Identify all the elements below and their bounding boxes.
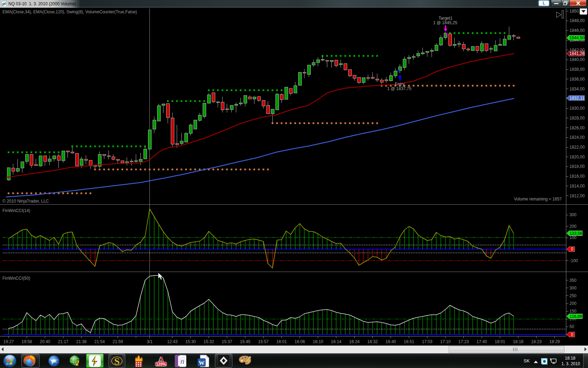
svg-text:12:43: 12:43 — [167, 339, 177, 344]
svg-text:0: 0 — [571, 247, 573, 252]
svg-text:18:23: 18:23 — [531, 339, 541, 344]
svg-text:16:06: 16:06 — [294, 339, 305, 344]
svg-text:16:51: 16:51 — [404, 339, 414, 344]
svg-text:1824,00: 1824,00 — [569, 135, 585, 140]
svg-text:21:59: 21:59 — [112, 339, 123, 344]
svg-text:16:01: 16:01 — [276, 339, 287, 344]
svg-text:300: 300 — [569, 286, 576, 291]
svg-text:1814,00: 1814,00 — [569, 184, 585, 189]
svg-text:16:10: 16:10 — [313, 339, 323, 344]
svg-text:1840,00: 1840,00 — [569, 57, 585, 62]
svg-text:1834,00: 1834,00 — [569, 87, 585, 91]
svg-text:1 @ 1845,25: 1 @ 1845,25 — [433, 20, 457, 25]
svg-text:1848,00: 1848,00 — [569, 18, 585, 23]
svg-text:16:14: 16:14 — [331, 339, 341, 344]
svg-text:21:17: 21:17 — [58, 339, 68, 344]
svg-text:1846,00: 1846,00 — [569, 28, 585, 33]
svg-text:1832,11: 1832,11 — [569, 96, 584, 101]
svg-text:15:37: 15:37 — [222, 339, 232, 344]
svg-text:17:23: 17:23 — [458, 339, 469, 344]
svg-text:19:27: 19:27 — [3, 339, 14, 344]
svg-text:EMA(Close,34), EMA(Close,120),: EMA(Close,34), EMA(Close,120), Swing(8),… — [2, 9, 137, 14]
svg-text:Volume remaining = 1657: Volume remaining = 1657 — [514, 197, 562, 202]
svg-text:133,56: 133,56 — [569, 231, 582, 236]
svg-text:20:40: 20:40 — [40, 339, 50, 344]
svg-text:1 @ 1837,75: 1 @ 1837,75 — [387, 86, 412, 91]
svg-text:50: 50 — [569, 324, 574, 329]
svg-text:150: 150 — [569, 309, 576, 314]
svg-text:15:30: 15:30 — [185, 339, 196, 344]
svg-text:17:10: 17:10 — [440, 339, 450, 344]
svg-text:0: 0 — [571, 332, 573, 337]
svg-text:16:24: 16:24 — [349, 339, 359, 344]
svg-text:© 2010 NinjaTrader, LLC: © 2010 NinjaTrader, LLC — [2, 199, 49, 204]
svg-text:200: 200 — [569, 224, 576, 229]
svg-text:350: 350 — [569, 278, 576, 283]
svg-text:15:57: 15:57 — [258, 339, 268, 344]
svg-text:200: 200 — [569, 301, 576, 306]
svg-text:21:54: 21:54 — [94, 339, 105, 344]
svg-text:1828,00: 1828,00 — [569, 116, 585, 121]
svg-text:16:40: 16:40 — [385, 339, 396, 344]
svg-text:3/1: 3/1 — [147, 339, 153, 344]
svg-text:1844,50: 1844,50 — [569, 35, 585, 40]
svg-text:1818,00: 1818,00 — [569, 164, 585, 169]
svg-text:FinWinCCI(50): FinWinCCI(50) — [2, 276, 30, 281]
svg-text:1820,00: 1820,00 — [569, 155, 585, 159]
svg-text:1816,00: 1816,00 — [569, 174, 585, 179]
svg-text:1812,00: 1812,00 — [569, 193, 585, 198]
svg-text:17:03: 17:03 — [422, 339, 432, 344]
svg-text:16:32: 16:32 — [367, 339, 378, 344]
svg-text:Entry: Entry — [395, 82, 405, 87]
svg-text:19:58: 19:58 — [21, 339, 32, 344]
svg-text:300: 300 — [569, 212, 576, 217]
svg-text:1836,00: 1836,00 — [569, 77, 585, 82]
svg-text:120%: 120% — [156, 362, 166, 366]
svg-text:FinWinCCI(14): FinWinCCI(14) — [2, 208, 30, 213]
svg-text:18:18: 18:18 — [513, 339, 523, 344]
svg-text:18:29: 18:29 — [549, 339, 560, 344]
svg-text:100: 100 — [569, 235, 576, 240]
svg-text:1838,00: 1838,00 — [569, 67, 585, 72]
svg-text:15:32: 15:32 — [203, 339, 214, 344]
svg-text:15:45: 15:45 — [240, 339, 250, 344]
svg-text:1826,00: 1826,00 — [569, 125, 585, 130]
svg-text:1841,26: 1841,26 — [569, 51, 585, 56]
svg-text:17:40: 17:40 — [476, 339, 487, 344]
svg-text:18:01: 18:01 — [495, 339, 505, 344]
svg-text:116,89: 116,89 — [570, 314, 582, 319]
svg-text:W: W — [199, 360, 205, 366]
svg-text:1830,00: 1830,00 — [569, 106, 585, 111]
svg-text:Target1: Target1 — [439, 16, 453, 21]
svg-text:21:38: 21:38 — [76, 339, 86, 344]
svg-text:1822,00: 1822,00 — [569, 145, 585, 150]
svg-text:-100: -100 — [569, 258, 578, 263]
svg-text:250: 250 — [569, 293, 576, 298]
